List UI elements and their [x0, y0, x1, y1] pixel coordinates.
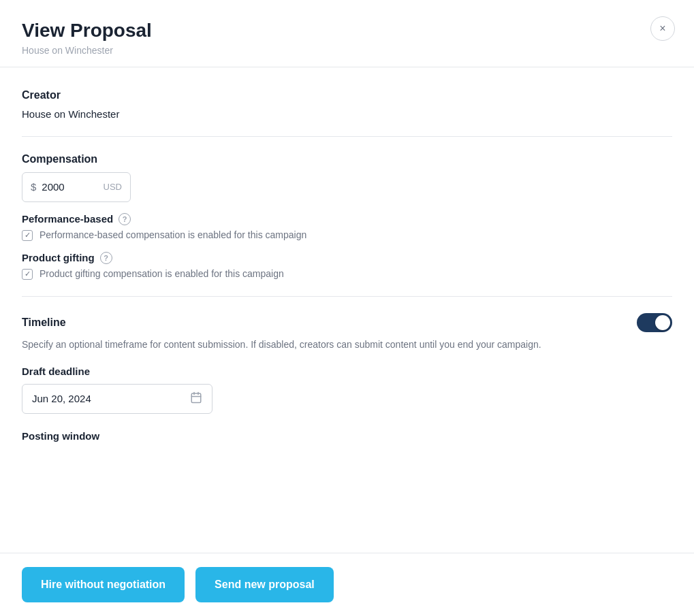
- timeline-description: Specify an optional timeframe for conten…: [22, 338, 672, 352]
- performance-checkmark: ✓: [25, 231, 31, 239]
- close-button[interactable]: ×: [650, 16, 675, 41]
- modal-subtitle: House on Winchester: [22, 45, 672, 56]
- timeline-toggle[interactable]: [637, 313, 672, 332]
- send-new-proposal-button[interactable]: Send new proposal: [195, 567, 334, 602]
- gifting-checkmark: ✓: [25, 270, 31, 278]
- divider-1: [22, 136, 672, 137]
- posting-window-label: Posting window: [22, 430, 672, 442]
- compensation-amount: 2000: [42, 181, 97, 193]
- calendar-icon: [190, 391, 202, 406]
- modal-header: View Proposal House on Winchester ×: [0, 0, 694, 67]
- performance-checkbox-text: Performance-based compensation is enable…: [40, 229, 306, 240]
- hire-without-negotiation-button[interactable]: Hire without negotiation: [22, 567, 185, 602]
- gifting-checkbox-text: Product gifting compensation is enabled …: [40, 268, 284, 279]
- divider-2: [22, 296, 672, 297]
- dollar-sign-icon: $: [31, 181, 36, 193]
- timeline-header: Timeline: [22, 313, 672, 332]
- draft-deadline-value: Jun 20, 2024: [32, 393, 91, 404]
- modal-footer: Hire without negotiation Send new propos…: [0, 553, 694, 616]
- toggle-knob: [655, 315, 670, 330]
- compensation-input[interactable]: $ 2000 USD: [22, 172, 131, 202]
- gifting-checkbox-row: ✓ Product gifting compensation is enable…: [22, 268, 672, 280]
- performance-help-icon[interactable]: ?: [119, 213, 131, 225]
- gifting-help-icon[interactable]: ?: [100, 252, 112, 264]
- svg-rect-0: [191, 393, 201, 403]
- performance-checkbox-row: ✓ Performance-based compensation is enab…: [22, 229, 672, 241]
- modal-body: Creator House on Winchester Compensation…: [0, 67, 694, 553]
- compensation-label: Compensation: [22, 153, 672, 165]
- performance-option-row: Peformance-based ?: [22, 213, 672, 225]
- creator-label: Creator: [22, 89, 672, 101]
- currency-label: USD: [104, 182, 122, 192]
- compensation-section: Compensation $ 2000 USD Peformance-based…: [22, 153, 672, 280]
- creator-section: Creator House on Winchester: [22, 89, 672, 120]
- close-icon: ×: [659, 22, 665, 35]
- view-proposal-modal: View Proposal House on Winchester × Crea…: [0, 0, 694, 616]
- creator-name: House on Winchester: [22, 108, 672, 120]
- performance-checkbox[interactable]: ✓: [22, 230, 33, 241]
- performance-label: Peformance-based: [22, 213, 113, 225]
- modal-title: View Proposal: [22, 19, 672, 42]
- gifting-option-row: Product gifting ?: [22, 252, 672, 264]
- timeline-section: Timeline Specify an optional timeframe f…: [22, 313, 672, 442]
- gifting-checkbox[interactable]: ✓: [22, 269, 33, 280]
- draft-deadline-input[interactable]: Jun 20, 2024: [22, 384, 212, 414]
- timeline-label: Timeline: [22, 317, 66, 329]
- draft-deadline-label: Draft deadline: [22, 366, 672, 377]
- gifting-label: Product gifting: [22, 252, 95, 263]
